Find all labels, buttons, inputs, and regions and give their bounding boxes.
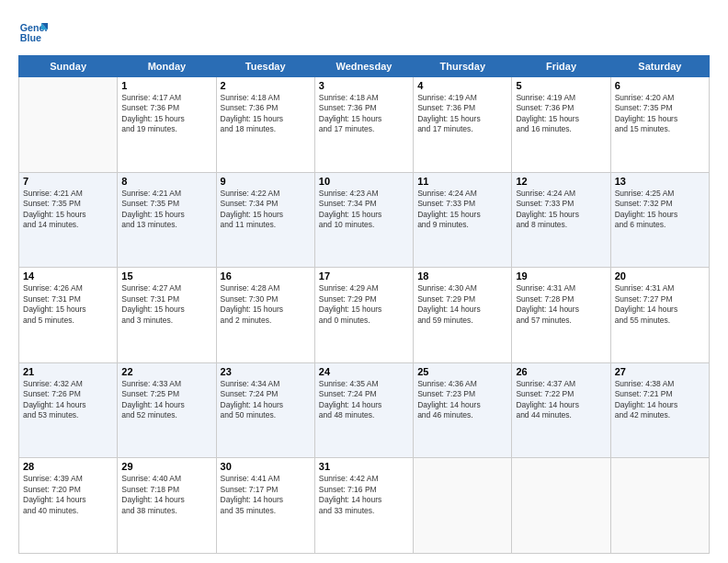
day-number: 30 [221,461,311,472]
day-number: 12 [516,176,606,187]
weekday-saturday: Saturday [610,56,709,77]
calendar-cell [610,458,709,554]
day-info: Sunrise: 4:31 AMSunset: 7:28 PMDaylight:… [516,283,606,326]
day-number: 5 [516,80,606,91]
day-number: 9 [221,176,311,187]
calendar-cell: 14Sunrise: 4:26 AMSunset: 7:31 PMDayligh… [19,268,118,363]
day-info: Sunrise: 4:18 AMSunset: 7:36 PMDaylight:… [221,93,311,135]
day-number: 15 [121,270,211,282]
calendar-cell: 30Sunrise: 4:41 AMSunset: 7:17 PMDayligh… [216,458,314,554]
day-info: Sunrise: 4:41 AMSunset: 7:17 PMDaylight:… [221,474,311,516]
calendar-cell: 2Sunrise: 4:18 AMSunset: 7:36 PMDaylight… [216,77,314,173]
calendar-cell: 24Sunrise: 4:35 AMSunset: 7:24 PMDayligh… [314,362,413,458]
day-info: Sunrise: 4:38 AMSunset: 7:21 PMDaylight:… [615,379,705,421]
day-info: Sunrise: 4:36 AMSunset: 7:23 PMDaylight:… [417,379,507,421]
week-row-5: 28Sunrise: 4:39 AMSunset: 7:20 PMDayligh… [19,458,710,554]
day-info: Sunrise: 4:25 AMSunset: 7:32 PMDaylight:… [615,189,705,231]
calendar-cell [414,458,512,554]
day-info: Sunrise: 4:37 AMSunset: 7:22 PMDaylight:… [516,379,606,421]
day-number: 8 [121,176,211,187]
calendar-cell: 5Sunrise: 4:19 AMSunset: 7:36 PMDaylight… [512,77,610,173]
calendar-cell: 13Sunrise: 4:25 AMSunset: 7:32 PMDayligh… [610,172,709,268]
day-number: 1 [121,80,211,91]
logo: General Blue [18,17,51,46]
svg-text:Blue: Blue [20,32,41,43]
calendar-cell: 18Sunrise: 4:30 AMSunset: 7:29 PMDayligh… [414,268,512,363]
calendar-cell [512,458,610,554]
day-number: 27 [615,366,705,377]
weekday-friday: Friday [512,56,610,77]
day-info: Sunrise: 4:33 AMSunset: 7:25 PMDaylight:… [121,379,211,421]
calendar-cell: 11Sunrise: 4:24 AMSunset: 7:33 PMDayligh… [414,172,512,268]
weekday-monday: Monday [118,56,216,77]
day-info: Sunrise: 4:24 AMSunset: 7:33 PMDaylight:… [516,189,606,231]
calendar-cell: 8Sunrise: 4:21 AMSunset: 7:35 PMDaylight… [118,172,216,268]
day-info: Sunrise: 4:17 AMSunset: 7:36 PMDaylight:… [121,93,211,135]
day-info: Sunrise: 4:21 AMSunset: 7:35 PMDaylight:… [23,189,113,231]
week-row-4: 21Sunrise: 4:32 AMSunset: 7:26 PMDayligh… [19,362,710,458]
calendar-cell: 27Sunrise: 4:38 AMSunset: 7:21 PMDayligh… [610,362,709,458]
day-info: Sunrise: 4:19 AMSunset: 7:36 PMDaylight:… [516,93,606,135]
day-number: 4 [417,80,507,91]
calendar-cell: 29Sunrise: 4:40 AMSunset: 7:18 PMDayligh… [118,458,216,554]
weekday-thursday: Thursday [414,56,512,77]
calendar-cell: 17Sunrise: 4:29 AMSunset: 7:29 PMDayligh… [314,268,413,363]
calendar-cell: 4Sunrise: 4:19 AMSunset: 7:36 PMDaylight… [414,77,512,173]
calendar-cell: 7Sunrise: 4:21 AMSunset: 7:35 PMDaylight… [19,172,118,268]
calendar-cell: 19Sunrise: 4:31 AMSunset: 7:28 PMDayligh… [512,268,610,363]
day-info: Sunrise: 4:18 AMSunset: 7:36 PMDaylight:… [319,93,409,135]
week-row-2: 7Sunrise: 4:21 AMSunset: 7:35 PMDaylight… [19,172,710,268]
calendar-cell: 12Sunrise: 4:24 AMSunset: 7:33 PMDayligh… [512,172,610,268]
calendar-cell: 22Sunrise: 4:33 AMSunset: 7:25 PMDayligh… [118,362,216,458]
calendar-cell: 21Sunrise: 4:32 AMSunset: 7:26 PMDayligh… [19,362,118,458]
day-number: 6 [615,80,705,91]
day-info: Sunrise: 4:28 AMSunset: 7:30 PMDaylight:… [221,283,311,326]
calendar-cell: 3Sunrise: 4:18 AMSunset: 7:36 PMDaylight… [314,77,413,173]
day-number: 13 [615,176,705,187]
day-info: Sunrise: 4:31 AMSunset: 7:27 PMDaylight:… [615,283,705,326]
day-number: 21 [23,366,113,377]
day-info: Sunrise: 4:30 AMSunset: 7:29 PMDaylight:… [417,283,507,326]
day-number: 16 [221,270,311,282]
day-info: Sunrise: 4:22 AMSunset: 7:34 PMDaylight:… [221,189,311,231]
day-number: 31 [319,461,409,472]
calendar-cell: 25Sunrise: 4:36 AMSunset: 7:23 PMDayligh… [414,362,512,458]
calendar-cell [19,77,118,173]
week-row-3: 14Sunrise: 4:26 AMSunset: 7:31 PMDayligh… [19,268,710,363]
day-number: 14 [23,270,113,282]
day-info: Sunrise: 4:24 AMSunset: 7:33 PMDaylight:… [417,189,507,231]
day-number: 7 [23,176,113,187]
day-info: Sunrise: 4:32 AMSunset: 7:26 PMDaylight:… [23,379,113,421]
day-number: 24 [319,366,409,377]
calendar-cell: 20Sunrise: 4:31 AMSunset: 7:27 PMDayligh… [610,268,709,363]
calendar-cell: 23Sunrise: 4:34 AMSunset: 7:24 PMDayligh… [216,362,314,458]
day-info: Sunrise: 4:26 AMSunset: 7:31 PMDaylight:… [23,283,113,326]
day-info: Sunrise: 4:39 AMSunset: 7:20 PMDaylight:… [23,474,113,516]
day-info: Sunrise: 4:23 AMSunset: 7:34 PMDaylight:… [319,189,409,231]
day-info: Sunrise: 4:19 AMSunset: 7:36 PMDaylight:… [417,93,507,135]
day-number: 20 [615,270,705,282]
day-info: Sunrise: 4:35 AMSunset: 7:24 PMDaylight:… [319,379,409,421]
header: General Blue [18,17,710,46]
day-number: 18 [417,270,507,282]
day-number: 25 [417,366,507,377]
day-info: Sunrise: 4:40 AMSunset: 7:18 PMDaylight:… [121,474,211,516]
day-number: 28 [23,461,113,472]
weekday-tuesday: Tuesday [216,56,314,77]
day-number: 10 [319,176,409,187]
day-number: 29 [121,461,211,472]
calendar-table: SundayMondayTuesdayWednesdayThursdayFrid… [18,55,710,554]
week-row-1: 1Sunrise: 4:17 AMSunset: 7:36 PMDaylight… [19,77,710,173]
day-info: Sunrise: 4:21 AMSunset: 7:35 PMDaylight:… [121,189,211,231]
calendar-cell: 26Sunrise: 4:37 AMSunset: 7:22 PMDayligh… [512,362,610,458]
page: General Blue SundayMondayTuesdayWednesda… [0,0,728,563]
day-number: 17 [319,270,409,282]
day-info: Sunrise: 4:20 AMSunset: 7:35 PMDaylight:… [615,93,705,135]
calendar-cell: 15Sunrise: 4:27 AMSunset: 7:31 PMDayligh… [118,268,216,363]
day-number: 2 [221,80,311,91]
weekday-sunday: Sunday [19,56,118,77]
day-info: Sunrise: 4:27 AMSunset: 7:31 PMDaylight:… [121,283,211,326]
day-info: Sunrise: 4:29 AMSunset: 7:29 PMDaylight:… [319,283,409,326]
calendar-cell: 16Sunrise: 4:28 AMSunset: 7:30 PMDayligh… [216,268,314,363]
day-info: Sunrise: 4:34 AMSunset: 7:24 PMDaylight:… [221,379,311,421]
